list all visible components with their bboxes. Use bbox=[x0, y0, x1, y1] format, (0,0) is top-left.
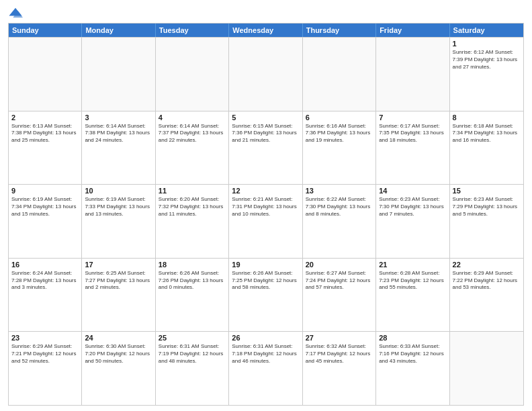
day-number: 25 bbox=[159, 334, 226, 342]
day-header-saturday: Saturday bbox=[450, 24, 523, 37]
day-header-thursday: Thursday bbox=[303, 24, 376, 37]
calendar-cell: 25Sunrise: 6:31 AM Sunset: 7:19 PM Dayli… bbox=[156, 332, 229, 405]
day-header-wednesday: Wednesday bbox=[229, 24, 302, 37]
day-number: 28 bbox=[379, 334, 446, 342]
day-number: 16 bbox=[11, 261, 79, 269]
calendar-cell: 22Sunrise: 6:29 AM Sunset: 7:22 PM Dayli… bbox=[450, 259, 523, 332]
day-number: 4 bbox=[159, 113, 226, 122]
cell-info: Sunrise: 6:17 AM Sunset: 7:35 PM Dayligh… bbox=[379, 123, 446, 144]
cell-info: Sunrise: 6:33 AM Sunset: 7:16 PM Dayligh… bbox=[379, 343, 446, 365]
cell-info: Sunrise: 6:16 AM Sunset: 7:36 PM Dayligh… bbox=[306, 123, 373, 144]
calendar-cell: 28Sunrise: 6:33 AM Sunset: 7:16 PM Dayli… bbox=[376, 332, 449, 405]
calendar-cell: 18Sunrise: 6:26 AM Sunset: 7:26 PM Dayli… bbox=[156, 259, 229, 332]
calendar-cell: 4Sunrise: 6:14 AM Sunset: 7:37 PM Daylig… bbox=[156, 111, 229, 185]
header bbox=[8, 7, 524, 19]
calendar-cell: 15Sunrise: 6:23 AM Sunset: 7:29 PM Dayli… bbox=[450, 185, 523, 258]
day-number: 27 bbox=[306, 334, 373, 342]
cell-info: Sunrise: 6:28 AM Sunset: 7:23 PM Dayligh… bbox=[379, 270, 446, 291]
cell-info: Sunrise: 6:31 AM Sunset: 7:18 PM Dayligh… bbox=[232, 343, 299, 365]
calendar-cell bbox=[303, 38, 376, 111]
calendar-cell: 11Sunrise: 6:20 AM Sunset: 7:32 PM Dayli… bbox=[156, 185, 229, 258]
cell-info: Sunrise: 6:20 AM Sunset: 7:32 PM Dayligh… bbox=[159, 196, 226, 218]
calendar-cell: 17Sunrise: 6:25 AM Sunset: 7:27 PM Dayli… bbox=[82, 259, 155, 332]
day-number: 18 bbox=[159, 261, 226, 269]
day-number: 6 bbox=[306, 113, 373, 122]
day-number: 23 bbox=[11, 334, 79, 342]
calendar-cell: 5Sunrise: 6:15 AM Sunset: 7:36 PM Daylig… bbox=[229, 111, 302, 185]
day-number: 2 bbox=[11, 113, 79, 122]
cell-info: Sunrise: 6:30 AM Sunset: 7:20 PM Dayligh… bbox=[85, 343, 152, 365]
calendar-cell: 2Sunrise: 6:13 AM Sunset: 7:38 PM Daylig… bbox=[9, 111, 82, 185]
day-number: 3 bbox=[85, 113, 152, 122]
calendar-cell: 3Sunrise: 6:14 AM Sunset: 7:38 PM Daylig… bbox=[82, 111, 155, 185]
calendar-cell bbox=[9, 38, 82, 111]
day-number: 7 bbox=[379, 113, 446, 122]
logo-icon bbox=[8, 7, 23, 19]
day-number: 10 bbox=[85, 187, 152, 195]
day-number: 13 bbox=[306, 187, 373, 195]
cell-info: Sunrise: 6:19 AM Sunset: 7:33 PM Dayligh… bbox=[85, 196, 152, 218]
cell-info: Sunrise: 6:21 AM Sunset: 7:31 PM Dayligh… bbox=[232, 196, 299, 218]
cell-info: Sunrise: 6:14 AM Sunset: 7:38 PM Dayligh… bbox=[85, 123, 152, 144]
cell-info: Sunrise: 6:26 AM Sunset: 7:25 PM Dayligh… bbox=[232, 270, 299, 291]
calendar-row-0: 1Sunrise: 6:12 AM Sunset: 7:39 PM Daylig… bbox=[9, 37, 523, 111]
day-number: 12 bbox=[232, 187, 299, 195]
day-number: 20 bbox=[306, 261, 373, 269]
cell-info: Sunrise: 6:24 AM Sunset: 7:28 PM Dayligh… bbox=[11, 270, 79, 291]
day-header-monday: Monday bbox=[82, 24, 155, 37]
day-number: 22 bbox=[453, 261, 521, 269]
cell-info: Sunrise: 6:19 AM Sunset: 7:34 PM Dayligh… bbox=[11, 196, 79, 218]
calendar-cell: 27Sunrise: 6:32 AM Sunset: 7:17 PM Dayli… bbox=[303, 332, 376, 405]
day-number: 11 bbox=[159, 187, 226, 195]
calendar-cell: 14Sunrise: 6:23 AM Sunset: 7:30 PM Dayli… bbox=[376, 185, 449, 258]
calendar-cell: 1Sunrise: 6:12 AM Sunset: 7:39 PM Daylig… bbox=[450, 38, 523, 111]
day-number: 17 bbox=[85, 261, 152, 269]
cell-info: Sunrise: 6:18 AM Sunset: 7:34 PM Dayligh… bbox=[453, 123, 521, 144]
day-number: 19 bbox=[232, 261, 299, 269]
day-header-friday: Friday bbox=[376, 24, 449, 37]
day-number: 9 bbox=[11, 187, 79, 195]
calendar-cell: 9Sunrise: 6:19 AM Sunset: 7:34 PM Daylig… bbox=[9, 185, 82, 258]
cell-info: Sunrise: 6:29 AM Sunset: 7:21 PM Dayligh… bbox=[11, 343, 79, 365]
cell-info: Sunrise: 6:12 AM Sunset: 7:39 PM Dayligh… bbox=[453, 49, 521, 71]
calendar-cell: 24Sunrise: 6:30 AM Sunset: 7:20 PM Dayli… bbox=[82, 332, 155, 405]
calendar-cell: 8Sunrise: 6:18 AM Sunset: 7:34 PM Daylig… bbox=[450, 111, 523, 185]
cell-info: Sunrise: 6:31 AM Sunset: 7:19 PM Dayligh… bbox=[159, 343, 226, 365]
cell-info: Sunrise: 6:26 AM Sunset: 7:26 PM Dayligh… bbox=[159, 270, 226, 291]
logo bbox=[8, 7, 26, 19]
cell-info: Sunrise: 6:13 AM Sunset: 7:38 PM Dayligh… bbox=[11, 123, 79, 144]
calendar-header: SundayMondayTuesdayWednesdayThursdayFrid… bbox=[9, 24, 523, 37]
day-number: 26 bbox=[232, 334, 299, 342]
day-header-tuesday: Tuesday bbox=[156, 24, 229, 37]
calendar-cell bbox=[450, 332, 523, 405]
day-number: 15 bbox=[453, 187, 521, 195]
day-number: 5 bbox=[232, 113, 299, 122]
calendar-row-1: 2Sunrise: 6:13 AM Sunset: 7:38 PM Daylig… bbox=[9, 111, 523, 185]
cell-info: Sunrise: 6:23 AM Sunset: 7:30 PM Dayligh… bbox=[379, 196, 446, 218]
calendar-row-3: 16Sunrise: 6:24 AM Sunset: 7:28 PM Dayli… bbox=[9, 258, 523, 332]
calendar-cell bbox=[82, 38, 155, 111]
calendar-cell bbox=[376, 38, 449, 111]
cell-info: Sunrise: 6:23 AM Sunset: 7:29 PM Dayligh… bbox=[453, 196, 521, 218]
cell-info: Sunrise: 6:15 AM Sunset: 7:36 PM Dayligh… bbox=[232, 123, 299, 144]
calendar-cell: 7Sunrise: 6:17 AM Sunset: 7:35 PM Daylig… bbox=[376, 111, 449, 185]
calendar-cell: 12Sunrise: 6:21 AM Sunset: 7:31 PM Dayli… bbox=[229, 185, 302, 258]
calendar-cell: 21Sunrise: 6:28 AM Sunset: 7:23 PM Dayli… bbox=[376, 259, 449, 332]
calendar-cell: 26Sunrise: 6:31 AM Sunset: 7:18 PM Dayli… bbox=[229, 332, 302, 405]
calendar-row-2: 9Sunrise: 6:19 AM Sunset: 7:34 PM Daylig… bbox=[9, 184, 523, 258]
calendar: SundayMondayTuesdayWednesdayThursdayFrid… bbox=[8, 23, 524, 406]
day-number: 1 bbox=[453, 40, 521, 48]
cell-info: Sunrise: 6:25 AM Sunset: 7:27 PM Dayligh… bbox=[85, 270, 152, 291]
calendar-cell bbox=[229, 38, 302, 111]
cell-info: Sunrise: 6:22 AM Sunset: 7:30 PM Dayligh… bbox=[306, 196, 373, 218]
cell-info: Sunrise: 6:27 AM Sunset: 7:24 PM Dayligh… bbox=[306, 270, 373, 291]
calendar-cell: 20Sunrise: 6:27 AM Sunset: 7:24 PM Dayli… bbox=[303, 259, 376, 332]
calendar-cell: 10Sunrise: 6:19 AM Sunset: 7:33 PM Dayli… bbox=[82, 185, 155, 258]
day-number: 8 bbox=[453, 113, 521, 122]
day-number: 24 bbox=[85, 334, 152, 342]
calendar-cell bbox=[156, 38, 229, 111]
calendar-cell: 23Sunrise: 6:29 AM Sunset: 7:21 PM Dayli… bbox=[9, 332, 82, 405]
cell-info: Sunrise: 6:32 AM Sunset: 7:17 PM Dayligh… bbox=[306, 343, 373, 365]
page: SundayMondayTuesdayWednesdayThursdayFrid… bbox=[0, 0, 532, 411]
calendar-cell: 16Sunrise: 6:24 AM Sunset: 7:28 PM Dayli… bbox=[9, 259, 82, 332]
